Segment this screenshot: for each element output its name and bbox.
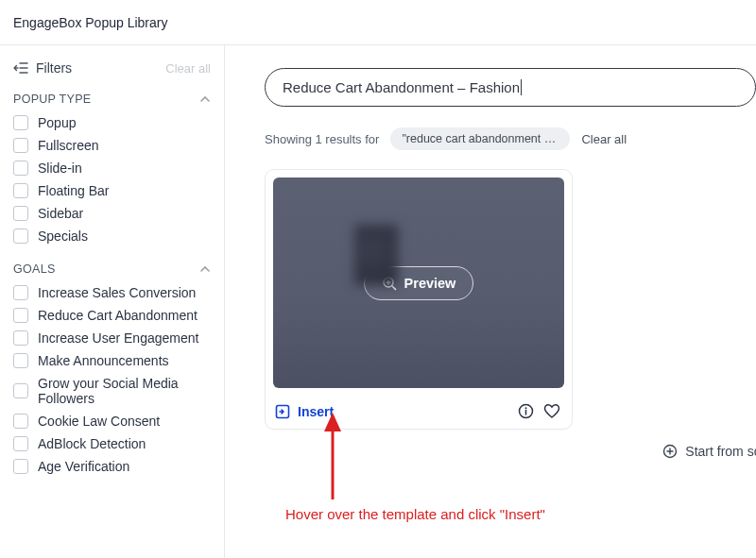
app-title: EngageBox Popup Library (13, 15, 167, 30)
check-adblock[interactable]: AdBlock Detection (13, 436, 211, 451)
check-cookie-consent[interactable]: Cookie Law Consent (13, 414, 211, 429)
svg-point-9 (525, 407, 527, 409)
check-label: Grow your Social Media Followers (38, 376, 211, 406)
filter-chip[interactable]: "reduce cart abandonment – fas… (390, 127, 570, 150)
checkbox-icon[interactable] (13, 138, 28, 153)
check-announcements[interactable]: Make Announcements (13, 353, 211, 368)
check-label: Age Verification (38, 459, 129, 474)
start-scratch-label: Start from scratc (685, 444, 756, 459)
filters-label: Filters (36, 60, 72, 76)
check-user-engagement[interactable]: Increase User Engagement (13, 330, 211, 346)
zoom-in-icon (382, 276, 397, 291)
checkbox-icon[interactable] (13, 115, 28, 130)
clear-all-sidebar[interactable]: Clear all (165, 61, 211, 76)
results-bar: Showing 1 results for "reduce cart aband… (265, 127, 756, 150)
search-input[interactable]: Reduce Cart Abandonment – Fashion (265, 68, 756, 107)
check-slidein[interactable]: Slide-in (13, 161, 211, 176)
check-label: Specials (38, 228, 88, 244)
checkbox-icon[interactable] (13, 308, 28, 323)
section-head-goals[interactable]: GOALS (13, 262, 211, 276)
check-popup[interactable]: Popup (13, 115, 211, 130)
section-title: GOALS (13, 262, 56, 276)
check-specials[interactable]: Specials (13, 228, 211, 244)
checkbox-icon[interactable] (13, 383, 28, 398)
plus-circle-icon (662, 444, 678, 459)
check-floatingbar[interactable]: Floating Bar (13, 183, 211, 198)
svg-line-4 (392, 286, 396, 290)
check-label: Popup (38, 115, 76, 130)
check-fullscreen[interactable]: Fullscreen (13, 138, 211, 153)
checkbox-icon[interactable] (13, 206, 28, 221)
check-label: Cookie Law Consent (38, 414, 160, 429)
checkbox-icon[interactable] (13, 459, 28, 474)
info-icon[interactable] (518, 403, 534, 419)
checkbox-icon[interactable] (13, 353, 28, 368)
insert-label: Insert (298, 404, 334, 419)
check-label: Slide-in (38, 161, 82, 176)
check-social-followers[interactable]: Grow your Social Media Followers (13, 376, 211, 406)
check-label: Reduce Cart Abandonment (38, 308, 198, 323)
chevron-up-icon (199, 95, 211, 103)
check-label: Floating Bar (38, 183, 109, 198)
card-actions (518, 403, 560, 419)
card-footer: Insert (266, 396, 572, 429)
main-layout: Filters Clear all POPUP TYPE Popup Fulls… (0, 45, 756, 558)
check-cart-abandonment[interactable]: Reduce Cart Abandonment (13, 308, 211, 323)
filters-label-group: Filters (13, 60, 72, 76)
content-area: Reduce Cart Abandonment – Fashion Showin… (225, 45, 756, 558)
template-thumbnail[interactable]: Preview (273, 178, 564, 388)
check-label: Make Announcements (38, 353, 169, 368)
app-header: EngageBox Popup Library (0, 0, 756, 45)
section-popup-type: POPUP TYPE Popup Fullscreen Slide-in Flo… (13, 93, 211, 244)
check-sidebar[interactable]: Sidebar (13, 206, 211, 221)
sidebar: Filters Clear all POPUP TYPE Popup Fulls… (0, 45, 225, 558)
preview-button[interactable]: Preview (364, 266, 474, 300)
check-label: Fullscreen (38, 138, 99, 153)
search-value: Reduce Cart Abandonment – Fashion (283, 79, 520, 95)
popup-type-list: Popup Fullscreen Slide-in Floating Bar S… (13, 115, 211, 244)
goals-list: Increase Sales Conversion Reduce Cart Ab… (13, 285, 211, 474)
section-goals: GOALS Increase Sales Conversion Reduce C… (13, 262, 211, 474)
template-card[interactable]: Preview Insert (265, 169, 573, 430)
checkbox-icon[interactable] (13, 330, 28, 346)
annotation-text: Hover over the template and click "Inser… (285, 506, 545, 522)
heart-icon[interactable] (543, 403, 560, 419)
filters-collapse-icon[interactable] (13, 61, 28, 75)
text-cursor-icon (521, 79, 522, 95)
checkbox-icon[interactable] (13, 183, 28, 198)
start-from-scratch[interactable]: Start from scratc (662, 444, 756, 459)
insert-icon (275, 404, 290, 419)
check-label: AdBlock Detection (38, 436, 146, 451)
check-label: Increase User Engagement (38, 330, 198, 346)
section-title: POPUP TYPE (13, 93, 91, 106)
checkbox-icon[interactable] (13, 436, 28, 451)
section-head-popup-type[interactable]: POPUP TYPE (13, 93, 211, 106)
checkbox-icon[interactable] (13, 414, 28, 429)
check-age-verification[interactable]: Age Verification (13, 459, 211, 474)
check-label: Sidebar (38, 206, 83, 221)
insert-button[interactable]: Insert (275, 404, 334, 419)
clear-all-results[interactable]: Clear all (581, 132, 627, 146)
checkbox-icon[interactable] (13, 161, 28, 176)
checkbox-icon[interactable] (13, 285, 28, 300)
check-sales-conversion[interactable]: Increase Sales Conversion (13, 285, 211, 300)
check-label: Increase Sales Conversion (38, 285, 196, 300)
preview-label: Preview (404, 276, 456, 291)
checkbox-icon[interactable] (13, 228, 28, 244)
results-showing-text: Showing 1 results for (265, 132, 379, 146)
chevron-up-icon (199, 265, 211, 273)
filters-row: Filters Clear all (13, 60, 211, 76)
